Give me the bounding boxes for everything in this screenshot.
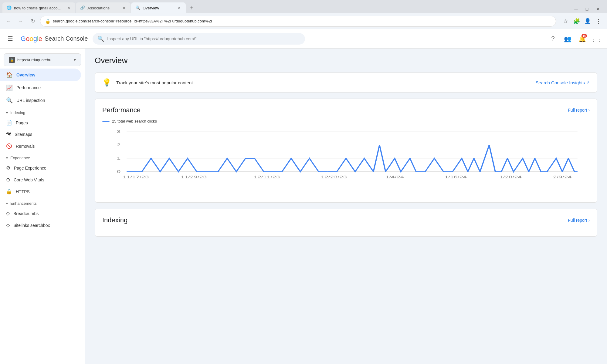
window-maximize[interactable]: □ xyxy=(583,5,591,13)
indexing-card: Indexing Full report › xyxy=(95,209,597,237)
chart-line-segment7 xyxy=(501,158,547,172)
tab-title-1: how to create gmail account - xyxy=(14,6,64,10)
logo-area: Google Search Console xyxy=(21,35,88,43)
enhancements-section-label: Enhancements xyxy=(10,201,37,206)
tab-title-3: Overview xyxy=(143,6,174,10)
sidebar: 🔒 https://urduquotehu... ▾ 🏠 Overview 📈 … xyxy=(0,49,85,364)
sidebar-label-breadcrumbs: Breadcrumbs xyxy=(13,211,39,216)
sidebar-item-pages[interactable]: 📄 Pages xyxy=(0,117,81,129)
back-button[interactable]: ← xyxy=(4,16,13,26)
performance-title: Performance xyxy=(102,106,141,114)
search-icon: 🔍 xyxy=(97,35,104,42)
chart-line-segment3 xyxy=(273,158,328,172)
full-report-text: Full report xyxy=(568,108,587,113)
svg-text:1/4/24: 1/4/24 xyxy=(385,175,404,179)
indexing-full-report-text: Full report xyxy=(568,218,587,223)
indexing-section-label: Indexing xyxy=(10,110,25,115)
help-button[interactable]: ? xyxy=(548,33,558,44)
bulb-icon: 💡 xyxy=(102,78,111,87)
sidebar-label-https: HTTPS xyxy=(16,189,30,194)
url-inspection-icon: 🔍 xyxy=(6,97,13,104)
tab-3[interactable]: 🔍 Overview ✕ xyxy=(131,2,186,13)
breadcrumbs-icon: ◇ xyxy=(6,211,10,216)
performance-icon: 📈 xyxy=(6,84,13,91)
performance-chart: 3 2 1 0 xyxy=(102,128,590,195)
search-console-label: Search Console xyxy=(45,35,88,42)
enhancements-collapse-icon: ▾ xyxy=(6,201,8,206)
tab-favicon-1: 🌐 xyxy=(7,5,12,10)
sidebar-item-core-web-vitals[interactable]: ⊙ Core Web Vitals xyxy=(0,174,81,186)
property-chevron-icon: ▾ xyxy=(74,57,76,62)
search-box[interactable]: 🔍 xyxy=(93,33,305,45)
tab-close-1[interactable]: ✕ xyxy=(66,5,71,10)
sidebar-item-page-experience[interactable]: ⚙ Page Experience xyxy=(0,162,81,174)
section-header-enhancements[interactable]: ▾ Enhancements xyxy=(0,197,85,207)
sitemaps-icon: 🗺 xyxy=(6,132,11,137)
settings-button[interactable]: ⋮ xyxy=(594,16,603,26)
tab-close-3[interactable]: ✕ xyxy=(177,5,181,10)
new-tab-button[interactable]: + xyxy=(186,2,197,13)
forward-button[interactable]: → xyxy=(16,16,25,26)
sidebar-item-sitemaps[interactable]: 🗺 Sitemaps xyxy=(0,129,81,140)
insights-text: Track your site's most popular content xyxy=(116,80,531,85)
svg-text:3: 3 xyxy=(117,130,120,134)
app-header: ☰ Google Search Console 🔍 ? 👥 🔔 15 ⋮⋮ xyxy=(0,29,607,49)
tab-close-2[interactable]: ✕ xyxy=(121,5,126,10)
performance-card: Performance Full report › 25 total web s… xyxy=(95,99,597,203)
window-close[interactable]: ✕ xyxy=(594,5,602,13)
property-selector[interactable]: 🔒 https://urduquotehu... ▾ xyxy=(4,53,81,66)
property-url: https://urduquotehu... xyxy=(17,58,71,62)
experience-section-label: Experience xyxy=(10,156,30,160)
header-search: 🔍 xyxy=(93,33,305,45)
window-minimize[interactable]: ─ xyxy=(572,5,580,13)
address-bar-row: ← → ↻ 🔒 search.google.com/search-console… xyxy=(0,13,607,29)
indexing-title: Indexing xyxy=(102,216,127,224)
chart-line-segment5 xyxy=(385,158,443,172)
sidebar-item-url-inspection[interactable]: 🔍 URL inspection xyxy=(0,94,81,107)
refresh-button[interactable]: ↻ xyxy=(28,16,38,26)
chart-legend: 25 total web search clicks xyxy=(102,119,590,123)
sidebar-item-breadcrumbs[interactable]: ◇ Breadcrumbs xyxy=(0,207,81,219)
tab-1[interactable]: 🌐 how to create gmail account - ✕ xyxy=(2,2,75,13)
address-text: search.google.com/search-console?resourc… xyxy=(53,19,551,23)
tab-title-2: Associations xyxy=(87,6,119,10)
experience-collapse-icon: ▾ xyxy=(6,156,8,160)
svg-text:0: 0 xyxy=(117,170,120,174)
indexing-card-header: Indexing Full report › xyxy=(102,216,590,224)
address-bar[interactable]: 🔒 search.google.com/search-console?resou… xyxy=(40,16,556,27)
profile-button[interactable]: 👤 xyxy=(583,16,592,26)
sidebar-label-url-inspection: URL inspection xyxy=(16,98,45,103)
sidebar-item-sitelinks-searchbox[interactable]: ◇ Sitelinks searchbox xyxy=(0,219,81,231)
chart-svg: 3 2 1 0 xyxy=(102,128,590,195)
section-header-indexing[interactable]: ▾ Indexing xyxy=(0,107,85,117)
sidebar-item-removals[interactable]: 🚫 Removals xyxy=(0,140,81,152)
performance-card-header: Performance Full report › xyxy=(102,106,590,114)
apps-button[interactable]: ⋮⋮ xyxy=(591,33,602,44)
hamburger-menu[interactable]: ☰ xyxy=(5,33,16,44)
chart-line-segment2 xyxy=(206,158,273,172)
indexing-collapse-icon: ▾ xyxy=(6,111,8,115)
sidebar-label-removals: Removals xyxy=(16,144,35,149)
svg-text:11/17/23: 11/17/23 xyxy=(123,175,149,179)
bookmark-button[interactable]: ☆ xyxy=(561,16,571,26)
sidebar-item-https[interactable]: 🔒 HTTPS xyxy=(0,186,81,197)
sidebar-label-overview: Overview xyxy=(16,72,35,77)
sidebar-label-core-web-vitals: Core Web Vitals xyxy=(14,177,44,182)
removals-icon: 🚫 xyxy=(6,143,12,149)
indexing-full-report-link[interactable]: Full report › xyxy=(568,218,590,223)
notifications-button[interactable]: 🔔 15 xyxy=(577,33,588,44)
share-button[interactable]: 👥 xyxy=(562,33,573,44)
tab-favicon-2: 🔗 xyxy=(80,5,85,10)
performance-full-report-link[interactable]: Full report › xyxy=(568,108,590,113)
sidebar-item-overview[interactable]: 🏠 Overview xyxy=(0,69,81,81)
sidebar-item-performance[interactable]: 📈 Performance xyxy=(0,81,81,94)
legend-line xyxy=(102,121,110,122)
core-web-vitals-icon: ⊙ xyxy=(6,177,10,183)
extensions-button[interactable]: 🧩 xyxy=(572,16,582,26)
tab-2[interactable]: 🔗 Associations ✕ xyxy=(76,2,131,13)
search-console-insights-link[interactable]: Search Console Insights ↗ xyxy=(535,80,590,85)
search-input[interactable] xyxy=(107,36,300,41)
section-header-experience[interactable]: ▾ Experience xyxy=(0,152,85,162)
tab-favicon-3: 🔍 xyxy=(135,5,140,10)
svg-text:1/16/24: 1/16/24 xyxy=(445,175,467,179)
